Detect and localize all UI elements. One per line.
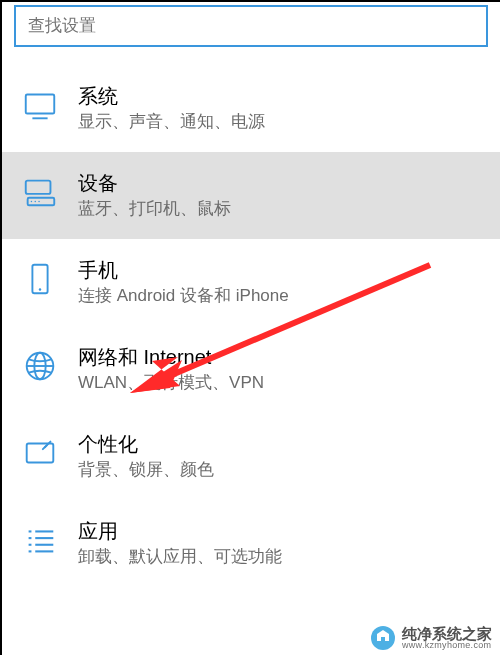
item-subtitle: 背景、锁屏、颜色 (78, 459, 486, 482)
item-subtitle: WLAN、飞行模式、VPN (78, 372, 486, 395)
item-subtitle: 蓝牙、打印机、鼠标 (78, 198, 486, 221)
settings-item-system[interactable]: 系统 显示、声音、通知、电源 (2, 65, 500, 152)
item-title: 系统 (78, 83, 486, 109)
svg-point-8 (39, 288, 41, 290)
svg-rect-2 (26, 181, 51, 194)
apps-icon (20, 520, 60, 560)
phone-icon (20, 259, 60, 299)
globe-icon (20, 346, 60, 386)
display-icon (20, 85, 60, 125)
svg-point-4 (31, 201, 33, 203)
item-title: 设备 (78, 170, 486, 196)
settings-item-apps[interactable]: 应用 卸载、默认应用、可选功能 (2, 500, 500, 587)
settings-item-devices[interactable]: 设备 蓝牙、打印机、鼠标 (2, 152, 500, 239)
settings-item-network[interactable]: 网络和 Internet WLAN、飞行模式、VPN (2, 326, 500, 413)
watermark-logo-icon (370, 625, 396, 651)
item-texts: 个性化 背景、锁屏、颜色 (78, 431, 486, 482)
svg-point-5 (34, 201, 36, 203)
svg-point-6 (38, 201, 40, 203)
item-subtitle: 显示、声音、通知、电源 (78, 111, 486, 134)
search-input[interactable] (28, 16, 474, 36)
item-title: 应用 (78, 518, 486, 544)
personalization-icon (20, 433, 60, 473)
item-title: 个性化 (78, 431, 486, 457)
item-title: 网络和 Internet (78, 344, 486, 370)
item-texts: 手机 连接 Android 设备和 iPhone (78, 257, 486, 308)
svg-rect-12 (27, 443, 54, 462)
item-texts: 系统 显示、声音、通知、电源 (78, 83, 486, 134)
settings-item-personalization[interactable]: 个性化 背景、锁屏、颜色 (2, 413, 500, 500)
watermark-title: 纯净系统之家 (402, 626, 492, 641)
watermark-url: www.kzmyhome.com (402, 641, 492, 650)
item-texts: 网络和 Internet WLAN、飞行模式、VPN (78, 344, 486, 395)
item-texts: 应用 卸载、默认应用、可选功能 (78, 518, 486, 569)
item-subtitle: 连接 Android 设备和 iPhone (78, 285, 486, 308)
watermark: 纯净系统之家 www.kzmyhome.com (370, 625, 492, 651)
settings-item-phone[interactable]: 手机 连接 Android 设备和 iPhone (2, 239, 500, 326)
item-title: 手机 (78, 257, 486, 283)
search-box[interactable] (14, 5, 488, 47)
settings-list: 系统 显示、声音、通知、电源 设备 蓝牙、打印机、鼠标 (2, 65, 500, 587)
devices-icon (20, 172, 60, 212)
watermark-text: 纯净系统之家 www.kzmyhome.com (402, 626, 492, 650)
svg-rect-24 (381, 637, 385, 641)
item-subtitle: 卸载、默认应用、可选功能 (78, 546, 486, 569)
svg-rect-0 (26, 95, 55, 114)
item-texts: 设备 蓝牙、打印机、鼠标 (78, 170, 486, 221)
